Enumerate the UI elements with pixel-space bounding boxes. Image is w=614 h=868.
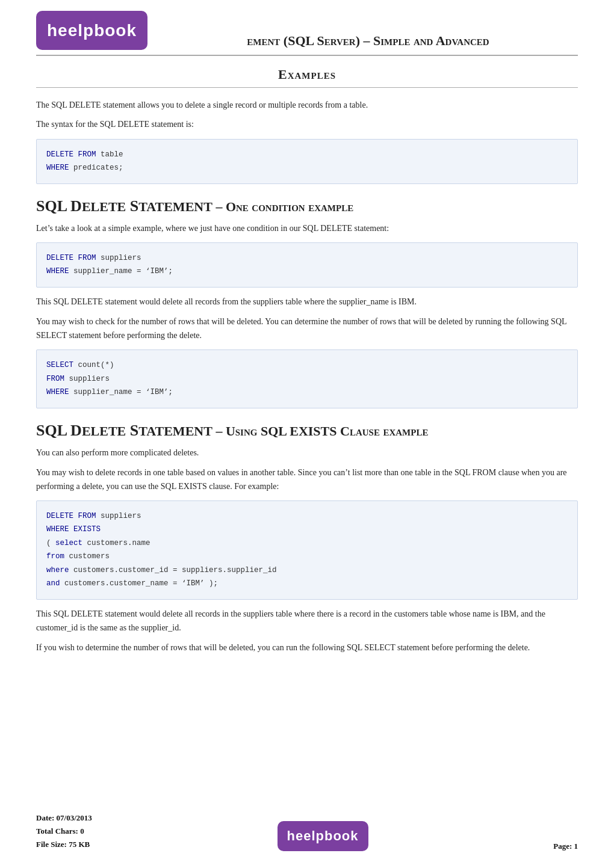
s1-code1-line1: DELETE FROM suppliers (46, 251, 568, 265)
page-subtitle: Examples (36, 67, 578, 82)
s2-code-line2: WHERE EXISTS (46, 523, 568, 537)
section2-heading: SQL DELETE STATEMENT – Using SQL EXISTS … (36, 422, 578, 440)
intro-line1: The SQL DELETE statement allows you to d… (36, 99, 578, 112)
section1-code1: DELETE FROM suppliers WHERE supplier_nam… (36, 242, 578, 288)
chars-value: 0 (80, 826, 84, 836)
filesize-value: 75 KB (69, 840, 90, 849)
section1-code2: SELECT count(*) FROM suppliers WHERE sup… (36, 349, 578, 408)
code-line-2: WHERE predicates; (46, 161, 568, 175)
s1-code2-line3: WHERE supplier_name = ‘IBM’; (46, 386, 568, 399)
page-label: Page: (553, 842, 572, 851)
footer-date: Date: 07/03/2013 (36, 811, 92, 825)
section1-para2: You may wish to check for the number of … (36, 315, 578, 342)
section2-para1: You can also perform more complicated de… (36, 446, 578, 460)
header-title: ement (SQL Server) – Simple and Advanced (158, 32, 578, 50)
syntax-code-block: DELETE FROM table WHERE predicates; (36, 139, 578, 184)
footer-chars: Total Chars: 0 (36, 825, 92, 838)
footer-filesize: File Size: 75 KB (36, 838, 92, 851)
section1-intro: Let’s take a look at a simple example, w… (36, 221, 578, 235)
s2-code-line1: DELETE FROM suppliers (46, 509, 568, 523)
footer: Date: 07/03/2013 Total Chars: 0 File Siz… (36, 811, 578, 851)
header-title-text: ement (SQL Server) – Simple and Advanced (247, 33, 489, 48)
s2-code-line3: ( select customers.name (46, 537, 568, 550)
code-line-1: DELETE FROM table (46, 148, 568, 162)
section2-para2: You may wish to delete records in one ta… (36, 466, 578, 493)
header-divider (36, 87, 578, 88)
footer-left: Date: 07/03/2013 Total Chars: 0 File Siz… (36, 811, 92, 851)
s2-code-line4: from customers (46, 550, 568, 564)
filesize-label: File Size: (36, 840, 67, 849)
header-logo: heelpbook (36, 11, 147, 50)
footer-right: Page: 1 (553, 842, 578, 851)
footer-center: heelpbook (278, 821, 368, 851)
section1-para1: This SQL DELETE statement would delete a… (36, 295, 578, 309)
section1-heading: SQL DELETE STATEMENT – One condition exa… (36, 197, 578, 215)
section2-para4: If you wish to determine the number of r… (36, 641, 578, 654)
page: heelpbook ement (SQL Server) – Simple an… (0, 0, 614, 868)
section2-code: DELETE FROM suppliers WHERE EXISTS ( sel… (36, 500, 578, 600)
s1-code1-line2: WHERE supplier_name = ‘IBM’; (46, 265, 568, 279)
section2-para3: This SQL DELETE statement would delete a… (36, 607, 578, 635)
intro-line2: The syntax for the SQL DELETE statement … (36, 118, 578, 131)
date-label: Date: (36, 813, 54, 822)
page-value: 1 (574, 842, 578, 851)
s2-code-line6: and customers.customer_name = ‘IBM’ ); (46, 577, 568, 591)
footer-logo-text: heelpbook (287, 828, 359, 844)
s2-code-line5: where customers.customer_id = suppliers.… (46, 564, 568, 577)
s1-code2-line2: FROM suppliers (46, 372, 568, 386)
s1-code2-line1: SELECT count(*) (46, 359, 568, 372)
header: heelpbook ement (SQL Server) – Simple an… (36, 0, 578, 56)
chars-label: Total Chars: (36, 826, 78, 836)
logo-text: heelpbook (47, 21, 137, 40)
date-value: 07/03/2013 (57, 813, 92, 822)
footer-logo: heelpbook (278, 821, 368, 851)
